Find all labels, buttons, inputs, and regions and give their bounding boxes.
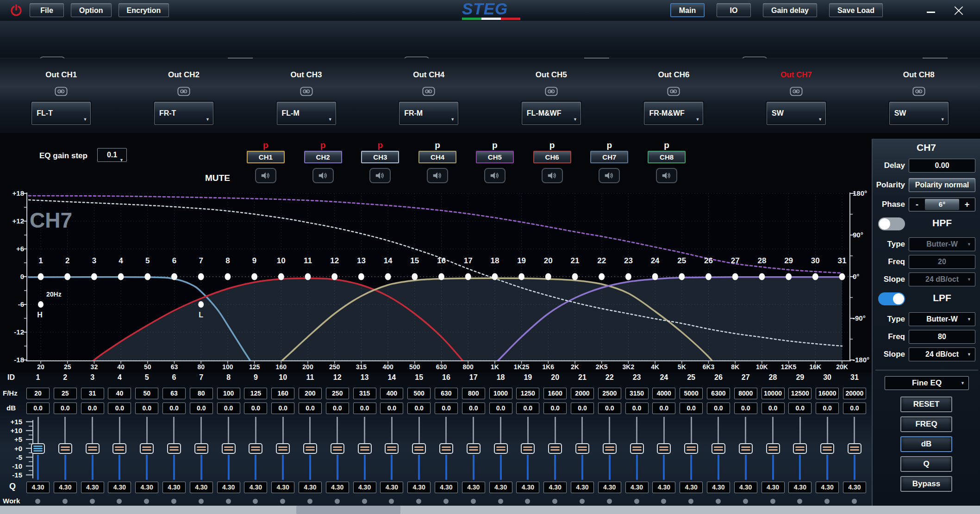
channel-ch3-button[interactable]: CH3 — [361, 151, 399, 163]
channel-ch2-button[interactable]: CH2 — [304, 151, 342, 163]
eq-point-23[interactable] — [625, 273, 631, 280]
eq-point-9[interactable] — [251, 273, 257, 280]
band-frequency-input[interactable]: 200 — [299, 388, 322, 399]
band-frequency-input[interactable]: 3150 — [625, 388, 649, 399]
q-button[interactable]: Q — [900, 456, 952, 472]
band-frequency-input[interactable]: 8000 — [734, 388, 757, 399]
link-channels-button[interactable] — [911, 86, 927, 97]
band-frequency-input[interactable]: 250 — [326, 388, 349, 399]
band-q-input[interactable]: 4.30 — [380, 482, 403, 493]
channel-ch5-mute-button[interactable] — [484, 168, 506, 183]
output-assignment-select[interactable]: FL-M▼ — [277, 102, 336, 125]
menu-file-button[interactable]: File — [30, 3, 64, 17]
band-gain-slider-handle[interactable] — [194, 443, 208, 454]
eq-point-5[interactable] — [144, 273, 150, 280]
band-gain-slider-handle[interactable] — [657, 443, 671, 454]
horizontal-scrollbar[interactable] — [0, 506, 980, 514]
band-frequency-input[interactable]: 5000 — [680, 388, 703, 399]
nav-io-button[interactable]: IO — [717, 3, 751, 17]
phase-increase-button[interactable]: + — [959, 198, 975, 211]
link-channels-button[interactable] — [666, 86, 681, 97]
output-assignment-select[interactable]: FL-T▼ — [31, 102, 91, 125]
band-gain-input[interactable]: 0.0 — [788, 403, 811, 414]
eq-point-18[interactable] — [492, 273, 498, 280]
hpf-frequency-handle[interactable] — [38, 301, 44, 308]
lpf-frequency-handle[interactable] — [198, 301, 204, 308]
band-q-input[interactable]: 4.30 — [407, 482, 431, 493]
band-q-input[interactable]: 4.30 — [625, 482, 649, 493]
band-gain-input[interactable]: 0.0 — [680, 403, 703, 414]
polarity-toggle-button[interactable]: Polarity normal — [909, 178, 975, 192]
channel-ch7-mute-button[interactable] — [599, 168, 620, 183]
eq-point-4[interactable] — [118, 273, 124, 280]
eq-point-28[interactable] — [759, 273, 765, 280]
nav-main-button[interactable]: Main — [670, 3, 705, 17]
band-q-input[interactable]: 4.30 — [326, 482, 349, 493]
menu-encrytion-button[interactable]: Encrytion — [119, 3, 169, 17]
channel-ch3-mute-button[interactable] — [369, 168, 391, 183]
band-gain-input[interactable]: 0.0 — [816, 403, 839, 414]
band-gain-slider-handle[interactable] — [603, 443, 617, 454]
band-frequency-input[interactable]: 80 — [190, 388, 213, 399]
eq-point-15[interactable] — [412, 273, 418, 280]
band-gain-slider-handle[interactable] — [303, 443, 317, 454]
band-q-input[interactable]: 4.30 — [26, 482, 50, 493]
band-gain-slider-handle[interactable] — [739, 443, 753, 454]
crossover-eq-graph[interactable]: CH7+18+12+60-6-12-18180°90°0°-90°-180°20… — [0, 189, 872, 374]
output-assignment-select[interactable]: FR-T▼ — [154, 102, 213, 125]
band-frequency-input[interactable]: 4000 — [652, 388, 675, 399]
channel-ch1-button[interactable]: CH1 — [247, 151, 285, 163]
band-gain-input[interactable]: 0.0 — [543, 403, 567, 414]
reset-button[interactable]: RESET — [900, 396, 952, 412]
band-gain-slider-handle[interactable] — [712, 443, 725, 454]
eq-point-12[interactable] — [331, 273, 337, 280]
band-q-input[interactable]: 4.30 — [108, 482, 131, 493]
band-frequency-input[interactable]: 2000 — [571, 388, 594, 399]
channel-ch1-mute-button[interactable] — [255, 168, 276, 183]
band-gain-input[interactable]: 0.0 — [516, 403, 539, 414]
eq-point-3[interactable] — [91, 273, 97, 280]
band-gain-slider-handle[interactable] — [630, 443, 644, 454]
eq-point-7[interactable] — [198, 273, 204, 280]
band-gain-slider-handle[interactable] — [385, 443, 399, 454]
eq-point-20[interactable] — [545, 273, 551, 280]
channel-ch6-mute-button[interactable] — [542, 168, 563, 183]
fine-eq-select[interactable]: Fine EQ ▼ — [885, 376, 969, 390]
channel-ch2-mute-button[interactable] — [312, 168, 334, 183]
band-gain-slider-handle[interactable] — [820, 443, 834, 454]
band-q-input[interactable]: 4.30 — [652, 482, 675, 493]
channel-ch8-mute-button[interactable] — [656, 168, 677, 183]
hpf-slope-select[interactable]: 24 dB/oct▼ — [909, 272, 975, 286]
band-q-input[interactable]: 4.30 — [788, 482, 811, 493]
output-assignment-select[interactable]: SW▼ — [889, 102, 949, 125]
db-button[interactable]: dB — [900, 436, 952, 452]
band-gain-input[interactable]: 0.0 — [380, 403, 403, 414]
band-frequency-input[interactable]: 315 — [353, 388, 376, 399]
band-gain-slider-handle[interactable] — [467, 443, 481, 454]
band-q-input[interactable]: 4.30 — [489, 482, 512, 493]
link-channels-button[interactable] — [176, 86, 192, 97]
band-gain-slider-handle[interactable] — [86, 443, 100, 454]
band-gain-input[interactable]: 0.0 — [81, 403, 104, 414]
band-q-input[interactable]: 4.30 — [734, 482, 757, 493]
eq-point-6[interactable] — [171, 273, 177, 280]
band-gain-slider-handle[interactable] — [575, 443, 589, 454]
lpf-freq-input[interactable]: 80 — [909, 330, 975, 344]
band-frequency-input[interactable]: 500 — [407, 388, 431, 399]
band-gain-slider-handle[interactable] — [793, 443, 807, 454]
band-gain-slider-handle[interactable] — [222, 443, 236, 454]
band-gain-input[interactable]: 0.0 — [598, 403, 621, 414]
band-gain-slider-handle[interactable] — [494, 443, 508, 454]
band-gain-input[interactable]: 0.0 — [435, 403, 458, 414]
eq-point-24[interactable] — [652, 273, 658, 280]
band-gain-input[interactable]: 0.0 — [652, 403, 675, 414]
band-frequency-input[interactable]: 63 — [162, 388, 186, 399]
band-frequency-input[interactable]: 6300 — [707, 388, 730, 399]
channel-ch5-button[interactable]: CH5 — [476, 151, 514, 163]
band-gain-slider-handle[interactable] — [331, 443, 344, 454]
phase-decrease-button[interactable]: - — [909, 198, 925, 211]
band-q-input[interactable]: 4.30 — [571, 482, 594, 493]
band-q-input[interactable]: 4.30 — [462, 482, 485, 493]
eq-point-21[interactable] — [572, 273, 578, 280]
band-q-input[interactable]: 4.30 — [54, 482, 77, 493]
